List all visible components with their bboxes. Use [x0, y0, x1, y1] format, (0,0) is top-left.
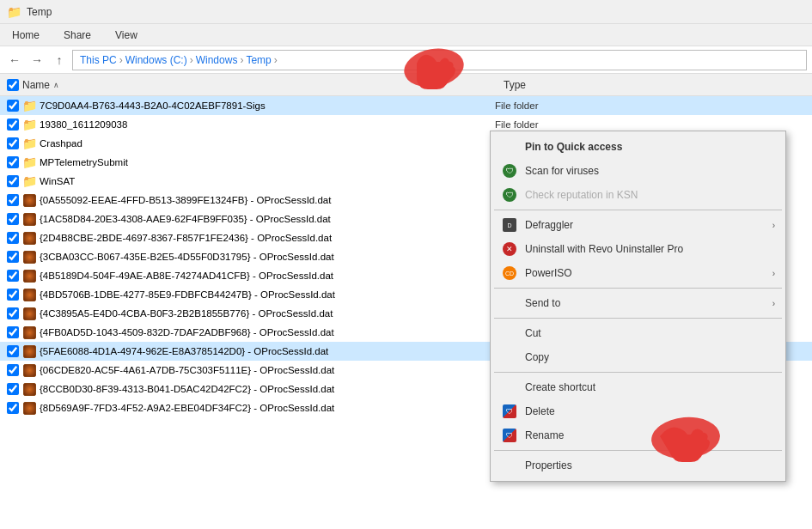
- file-checkbox[interactable]: [7, 213, 19, 225]
- select-all-checkbox[interactable]: [7, 79, 19, 91]
- delete-shield-icon: 🛡: [503, 429, 516, 442]
- file-name: {3CBA03CC-B067-435E-B2E5-4D55F0D31795} -…: [40, 252, 495, 262]
- cm-label-pin: Pin to Quick access: [525, 141, 775, 153]
- sort-arrow: ∧: [53, 81, 59, 89]
- col-name-header[interactable]: Name ∧: [22, 79, 504, 91]
- bc-sep-2: ›: [190, 54, 193, 66]
- file-checkbox[interactable]: [7, 251, 19, 263]
- folder-icon: 📁: [22, 99, 36, 112]
- cm-label-revo: Uninstall with Revo Uninstaller Pro: [525, 243, 775, 255]
- cm-item-defrag[interactable]: DDefraggler›: [491, 213, 785, 237]
- cm-label-sendto: Send to: [525, 297, 772, 309]
- ribbon: Home Share View: [0, 24, 812, 46]
- nav-back-button[interactable]: ←: [5, 51, 24, 70]
- dat-file-icon: [22, 382, 36, 396]
- cm-separator: [494, 288, 782, 289]
- file-checkbox[interactable]: [7, 156, 19, 168]
- shield-green-icon: 🛡: [503, 164, 516, 178]
- file-name: {06CDE820-AC5F-4A61-A7DB-75C303F5111E} -…: [40, 365, 495, 375]
- file-checkbox[interactable]: [7, 383, 19, 395]
- cm-item-pin[interactable]: Pin to Quick access: [491, 135, 785, 159]
- cm-icon-revo: ✕: [501, 240, 518, 258]
- file-checkbox[interactable]: [7, 137, 19, 149]
- folder-icon: 📁: [22, 174, 36, 188]
- cm-label-copy: Copy: [525, 351, 775, 363]
- cm-icon-rename: 🛡: [501, 427, 518, 444]
- cm-separator: [494, 450, 782, 451]
- folder-icon: 📁: [22, 137, 36, 150]
- dat-file-icon: [22, 212, 36, 226]
- cm-item-sendto[interactable]: Send to›: [491, 291, 785, 315]
- bc-thispc[interactable]: This PC: [80, 54, 117, 66]
- cm-item-scan[interactable]: 🛡Scan for viruses: [491, 159, 785, 183]
- file-name: MPTelemetrySubmit: [40, 157, 495, 167]
- file-checkbox[interactable]: [7, 194, 19, 206]
- cm-separator: [494, 372, 782, 373]
- file-checkbox[interactable]: [7, 175, 19, 187]
- file-checkbox[interactable]: [7, 289, 19, 301]
- cm-icon-sendto: [501, 295, 518, 312]
- file-type: File folder: [495, 119, 805, 130]
- col-type-header[interactable]: Type: [504, 79, 805, 91]
- cm-item-shortcut[interactable]: Create shortcut: [491, 375, 785, 399]
- bc-windows[interactable]: Windows: [196, 54, 238, 66]
- file-name: {4B5189D4-504F-49AE-AB8E-74274AD41CFB} -…: [40, 271, 495, 281]
- file-checkbox[interactable]: [7, 232, 19, 244]
- file-row[interactable]: 📁7C9D0AA4-B763-4443-B2A0-4C02AEBF7891-Si…: [0, 96, 812, 115]
- cm-label-reputation: Check reputation in KSN: [525, 189, 775, 201]
- file-name: {4BD5706B-1DBE-4277-85E9-FDBFCB44247B} -…: [40, 289, 495, 300]
- bc-sep-1: ›: [119, 54, 123, 66]
- dat-file-icon: [22, 231, 36, 245]
- bc-sep-3: ›: [240, 54, 243, 66]
- file-checkbox[interactable]: [7, 345, 19, 357]
- dat-file-icon: [22, 193, 36, 207]
- file-name: {1AC58D84-20E3-4308-AAE9-62F4FB9FF035} -…: [40, 214, 495, 224]
- file-name: {8CCB0D30-8F39-4313-B041-D5AC42D42FC2} -…: [40, 384, 495, 394]
- file-checkbox[interactable]: [7, 307, 19, 319]
- cm-item-revo[interactable]: ✕Uninstall with Revo Uninstaller Pro: [491, 237, 785, 261]
- cm-item-reputation: 🛡Check reputation in KSN: [491, 183, 785, 207]
- dat-file-icon: [22, 307, 36, 320]
- dat-file-icon: [22, 250, 36, 264]
- title-bar: 📁 Temp: [0, 0, 812, 24]
- defrag-icon: D: [503, 218, 516, 232]
- dat-file-icon: [22, 401, 36, 415]
- bc-windows-c[interactable]: Windows (C:): [125, 54, 187, 66]
- poweriso-icon: CD: [503, 266, 516, 280]
- cm-submenu-arrow-defrag: ›: [772, 221, 775, 230]
- window-icon: 📁: [7, 5, 21, 19]
- breadcrumb[interactable]: This PC › Windows (C:) › Windows › Temp …: [72, 50, 807, 70]
- cm-submenu-arrow-poweriso: ›: [772, 269, 775, 278]
- dat-file-icon: [22, 325, 36, 339]
- file-name: {0A555092-EEAE-4FFD-B513-3899FE1324FB} -…: [40, 195, 495, 205]
- file-checkbox[interactable]: [7, 119, 19, 131]
- cm-item-rename[interactable]: 🛡Rename: [491, 423, 785, 447]
- file-checkbox[interactable]: [7, 402, 19, 414]
- cm-label-rename: Rename: [525, 429, 775, 441]
- cm-item-properties[interactable]: Properties: [491, 453, 785, 477]
- bc-temp[interactable]: Temp: [246, 54, 271, 66]
- cm-item-delete[interactable]: 🛡Delete: [491, 399, 785, 423]
- file-checkbox[interactable]: [7, 364, 19, 376]
- cm-icon-reputation: 🛡: [501, 186, 518, 204]
- file-name: WinSAT: [40, 176, 495, 186]
- context-menu: Pin to Quick access🛡Scan for viruses🛡Che…: [490, 131, 786, 482]
- cm-icon-shortcut: [501, 379, 518, 396]
- file-checkbox[interactable]: [7, 270, 19, 282]
- dat-file-icon: [22, 363, 36, 377]
- cm-label-cut: Cut: [525, 327, 775, 339]
- cm-icon-properties: [501, 457, 518, 474]
- dat-file-icon: [22, 269, 36, 283]
- nav-up-button[interactable]: ↑: [50, 51, 69, 70]
- ribbon-tab-share[interactable]: Share: [58, 27, 96, 43]
- file-checkbox[interactable]: [7, 326, 19, 338]
- cm-item-copy[interactable]: Copy: [491, 345, 785, 369]
- cm-item-cut[interactable]: Cut: [491, 321, 785, 345]
- ribbon-tab-home[interactable]: Home: [7, 27, 45, 43]
- file-checkbox[interactable]: [7, 100, 19, 112]
- dat-file-icon: [22, 288, 36, 301]
- cm-item-poweriso[interactable]: CDPowerISO›: [491, 261, 785, 285]
- cm-separator: [494, 318, 782, 319]
- ribbon-tab-view[interactable]: View: [110, 27, 143, 43]
- nav-forward-button[interactable]: →: [27, 51, 46, 70]
